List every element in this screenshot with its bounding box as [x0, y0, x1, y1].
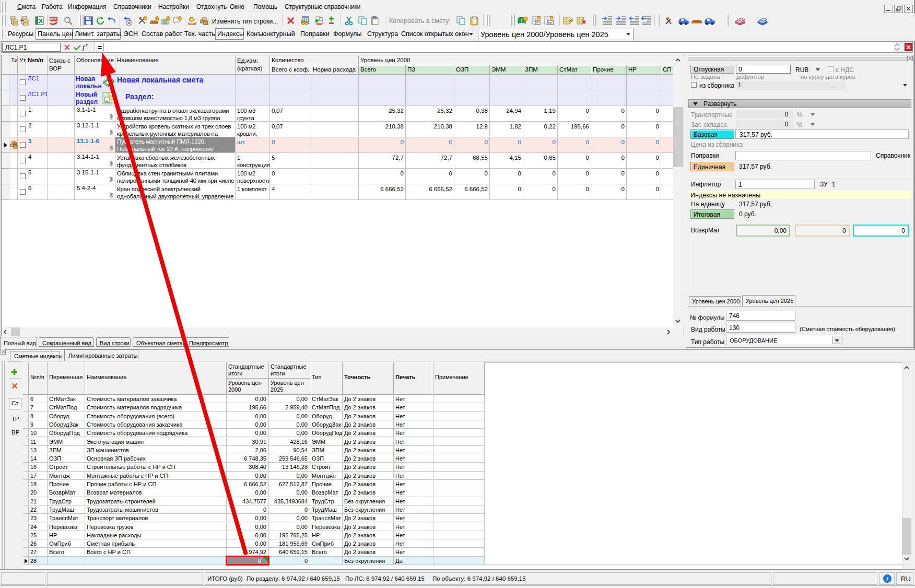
- svg-text:PDF: PDF: [50, 18, 56, 21]
- svg-text:P: P: [536, 21, 539, 25]
- svg-text:ПР: ПР: [548, 21, 553, 25]
- svg-text:p: p: [105, 98, 108, 103]
